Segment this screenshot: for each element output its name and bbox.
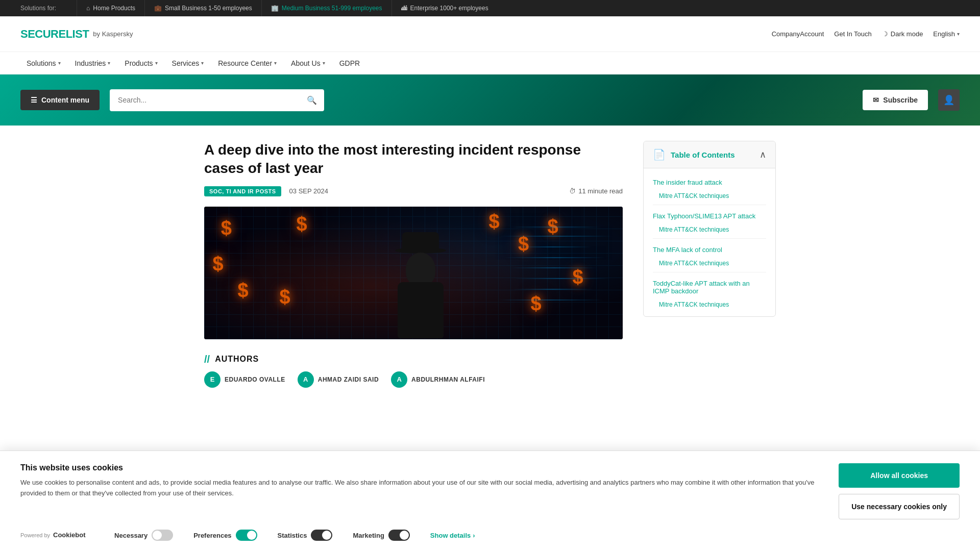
author-avatar: E [204,371,220,388]
search-container: 🔍 [110,89,324,111]
toc-item: ToddyCat-like APT attack with an ICMP ba… [644,276,775,299]
user-account-button[interactable]: 👤 [938,89,960,111]
article-main: A deep dive into the most interesting in… [204,141,623,398]
logo-text: SECURELIST [20,28,89,41]
toc-sub-item: Mitre ATT&CK techniques [644,299,775,310]
author-item: A ABDULRHMAN ALFAIFI [391,371,485,388]
article-title: A deep dive into the most interesting in… [204,141,623,178]
subnav-gdpr[interactable]: GDPR [333,52,366,74]
toc-sub-link[interactable]: Mitre ATT&CK techniques [659,301,760,308]
author-avatar: A [391,371,407,388]
main-nav: SECURELIST by Kaspersky CompanyAccount G… [0,16,980,52]
nav-right: CompanyAccount Get In Touch ☽ Dark mode … [772,30,960,38]
authors-section: // AUTHORS E EDUARDO OVALLE A AHMAD ZAID… [204,354,623,388]
moon-icon: ☽ [882,30,888,38]
dollar-sign: $ [221,217,232,239]
dollar-sign: $ [280,286,290,308]
subnav-resource-center[interactable]: Resource Center ▾ [212,52,283,74]
top-bar: Solutions for: ⌂ Home Products 💼 Small B… [0,0,980,16]
get-in-touch-link[interactable]: Get In Touch [834,30,871,38]
toc-sub-item: Mitre ATT&CK techniques [644,224,775,235]
authors-list: E EDUARDO OVALLE A AHMAD ZAIDI SAID A AB… [204,371,623,388]
toc-item: Flax Typhoon/SLIME13 APT attack [644,208,775,224]
search-input[interactable] [110,89,300,111]
author-avatar: A [298,371,314,388]
toc-divider [653,272,766,272]
authors-label: AUTHORS [215,355,259,364]
toc-title: Table of Contents [671,151,735,159]
toc-link[interactable]: The insider fraud attack [653,179,766,186]
toc-link[interactable]: The MFA lack of control [653,246,766,254]
toc-link[interactable]: ToddyCat-like APT attack with an ICMP ba… [653,280,766,295]
toc-sub-link[interactable]: Mitre ATT&CK techniques [659,192,760,199]
subnav-about-us[interactable]: About Us ▾ [285,52,331,74]
toc-title-area: 📄 Table of Contents [653,148,735,161]
toc-box: 📄 Table of Contents ∧ The insider fraud … [643,141,776,317]
subnav-solutions[interactable]: Solutions ▾ [20,52,67,74]
logo-by: by Kaspersky [93,30,133,38]
dollar-sign: $ [296,213,307,235]
dollar-sign: $ [212,253,223,275]
subnav-services[interactable]: Services ▾ [166,52,210,74]
solutions-items: ⌂ Home Products 💼 Small Business 1-50 em… [77,0,498,16]
hero-bar: ☰ Content menu 🔍 ✉ Subscribe 👤 [0,74,980,126]
topbar-enterprise[interactable]: 🏙 Enterprise 1000+ employees [391,0,498,16]
author-item: E EDUARDO OVALLE [204,371,285,388]
chevron-down-icon: ▾ [108,60,110,66]
article-tag[interactable]: SOC, TI AND IR POSTS [204,186,281,196]
toc-list: The insider fraud attack Mitre ATT&CK te… [644,168,775,316]
article-container: A deep dive into the most interesting in… [184,126,796,413]
subnav-products[interactable]: Products ▾ [118,52,163,74]
toc-divider [653,238,766,239]
article-date: 03 SEP 2024 [289,187,328,195]
toc-sub-link[interactable]: Mitre ATT&CK techniques [659,260,760,267]
author-name[interactable]: ABDULRHMAN ALFAIFI [411,376,485,383]
search-icon: 🔍 [307,95,317,105]
topbar-medium-biz[interactable]: 🏢 Medium Business 51-999 employees [261,0,391,16]
sub-nav: Solutions ▾ Industries ▾ Products ▾ Serv… [0,52,980,74]
logo[interactable]: SECURELIST by Kaspersky [20,28,133,41]
language-selector[interactable]: English ▾ [933,30,960,38]
author-item: A AHMAD ZAIDI SAID [298,371,379,388]
briefcase-icon: 💼 [154,5,162,12]
user-icon: 👤 [943,94,954,106]
author-name[interactable]: AHMAD ZAIDI SAID [318,376,379,383]
search-button[interactable]: 🔍 [300,89,324,111]
building-icon: 🏢 [271,5,279,12]
authors-heading: // AUTHORS [204,354,623,365]
chevron-down-icon: ▾ [58,60,61,66]
article-hero-image: $ $ $ $ $ $ $ $ $ $ [204,207,623,339]
toc-collapse-button[interactable]: ∧ [760,149,766,160]
toc-sidebar: 📄 Table of Contents ∧ The insider fraud … [643,141,776,398]
chevron-down-icon: ▾ [323,60,325,66]
double-slash-decoration: // [204,354,210,365]
toc-divider [653,205,766,205]
toc-header: 📄 Table of Contents ∧ [644,141,775,168]
article-read-time: ⏱ 11 minute read [569,187,623,195]
hacker-figure [385,237,456,339]
topbar-home[interactable]: ⌂ Home Products [77,0,144,16]
toc-document-icon: 📄 [653,148,666,161]
content-menu-button[interactable]: ☰ Content menu [20,90,100,110]
chevron-down-icon: ▾ [201,60,204,66]
chevron-down-icon: ▾ [274,60,277,66]
solutions-label: Solutions for: [20,5,56,12]
topbar-small-biz[interactable]: 💼 Small Business 1-50 employees [144,0,261,16]
dollar-sign: $ [238,280,249,302]
home-icon: ⌂ [86,5,90,12]
toc-sub-item: Mitre ATT&CK techniques [644,190,775,202]
company-account-link[interactable]: CompanyAccount [772,30,824,38]
toc-item: The MFA lack of control [644,242,775,258]
toc-link[interactable]: Flax Typhoon/SLIME13 APT attack [653,212,766,220]
skyscraper-icon: 🏙 [401,5,407,12]
dark-mode-button[interactable]: ☽ Dark mode [882,30,923,38]
menu-icon: ☰ [31,96,37,104]
toc-item: The insider fraud attack [644,174,775,190]
subscribe-button[interactable]: ✉ Subscribe [863,90,928,110]
toc-sub-link[interactable]: Mitre ATT&CK techniques [659,226,760,233]
subnav-industries[interactable]: Industries ▾ [69,52,117,74]
chevron-down-icon: ▾ [957,31,960,37]
author-name[interactable]: EDUARDO OVALLE [225,376,285,383]
toc-sub-item: Mitre ATT&CK techniques [644,258,775,269]
email-icon: ✉ [873,96,879,104]
